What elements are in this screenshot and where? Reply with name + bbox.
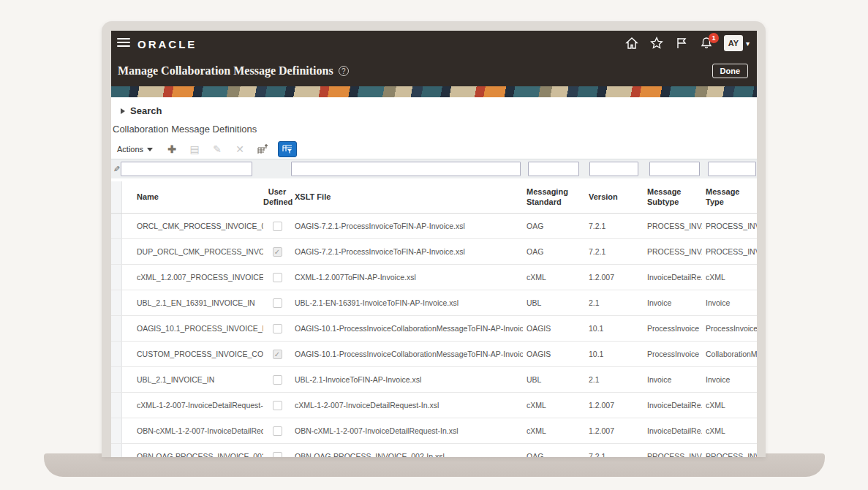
- cell-messaging-standard: UBL: [523, 375, 585, 384]
- cell-version: 1.2.007: [585, 426, 644, 435]
- column-header-version[interactable]: Version: [585, 192, 644, 203]
- disclosure-arrow-icon: [121, 108, 125, 114]
- cell-xslt-file: OAGIS-10.1-ProcessInvoiceCollaborationMe…: [291, 324, 523, 333]
- cell-messaging-standard: OAG: [523, 247, 585, 256]
- column-header-user-defined[interactable]: User Defined: [263, 187, 291, 208]
- table-row[interactable]: ORCL_CMK_PROCESS_INVOICE_002 ✓ OAGIS-7.2…: [111, 214, 757, 239]
- actions-menu[interactable]: Actions: [117, 145, 153, 154]
- table-row[interactable]: cXML_1.2.007_PROCESS_INVOICE_IN ✓ CXML-1…: [111, 265, 757, 290]
- user-defined-checkbox[interactable]: ✓: [273, 247, 282, 257]
- cell-message-type: PROCESS_INV...: [702, 222, 757, 230]
- delete-icon[interactable]: ✕: [234, 143, 246, 155]
- user-defined-checkbox[interactable]: ✓: [273, 324, 282, 333]
- column-header-message-type[interactable]: Message Type: [702, 187, 757, 208]
- column-header-message-subtype[interactable]: Message Subtype: [644, 187, 702, 208]
- cell-message-subtype: PROCESS_INV...: [644, 222, 702, 230]
- cell-message-subtype: InvoiceDetailRe...: [644, 426, 702, 435]
- user-defined-checkbox[interactable]: ✓: [273, 426, 282, 436]
- row-selector[interactable]: [111, 290, 122, 315]
- table-row[interactable]: UBL_2.1_EN_16391_INVOICE_IN ✓ UBL-2.1-EN…: [111, 290, 757, 316]
- table-row[interactable]: OBN-cXML-1-2-007-InvoiceDetailReques... …: [111, 418, 757, 444]
- cell-message-subtype: PROCESS_INV...: [644, 452, 702, 457]
- table-row[interactable]: DUP_ORCL_CMK_PROCESS_INVOICE... ✓ OAGIS-…: [111, 239, 757, 265]
- filter-input-version[interactable]: [589, 162, 638, 176]
- add-icon[interactable]: ✚: [166, 143, 178, 155]
- cell-message-type: ProcessInvoice: [702, 324, 757, 333]
- table-row[interactable]: cXML-1-2-007-InvoiceDetailRequest-In ✓ c…: [111, 393, 757, 418]
- edit-icon[interactable]: ✎: [211, 143, 223, 155]
- oracle-logo: ORACLE: [137, 38, 197, 50]
- cell-name: OBN-cXML-1-2-007-InvoiceDetailReques...: [122, 426, 263, 435]
- filter-input-name[interactable]: [121, 162, 252, 176]
- row-selector[interactable]: [111, 316, 122, 341]
- decorative-banner: [111, 86, 757, 97]
- cell-version: 7.2.1: [585, 247, 644, 256]
- user-defined-checkbox[interactable]: ✓: [273, 222, 282, 231]
- filter-input-xslt-file[interactable]: [291, 162, 521, 176]
- user-defined-checkbox[interactable]: ✓: [273, 375, 282, 385]
- row-selector[interactable]: [111, 444, 122, 457]
- filter-input-messaging-standard[interactable]: [528, 162, 579, 176]
- row-selector[interactable]: [111, 239, 122, 264]
- cell-message-type: CollaborationM...: [702, 350, 757, 358]
- notifications-bell-icon[interactable]: 1: [699, 36, 714, 50]
- done-button[interactable]: Done: [712, 64, 749, 78]
- definitions-table: Name User Defined XSLT File Messaging St…: [111, 181, 757, 457]
- cell-xslt-file: CXML-1.2.007ToFIN-AP-Invoice.xsl: [291, 273, 523, 282]
- row-selector[interactable]: [111, 265, 122, 290]
- cell-messaging-standard: cXML: [523, 426, 585, 435]
- cell-message-subtype: Invoice: [644, 375, 702, 384]
- cell-messaging-standard: OAG: [523, 452, 585, 457]
- table-row[interactable]: OBN-OAG-PROCESS_INVOICE_002-In ✓ OBN-OAG…: [111, 444, 757, 457]
- favorites-star-icon[interactable]: [649, 36, 664, 50]
- table-row[interactable]: OAGIS_10.1_PROCESS_INVOICE_IN ✓ OAGIS-10…: [111, 316, 757, 342]
- user-defined-checkbox[interactable]: ✓: [273, 452, 282, 458]
- cell-xslt-file: UBL-2.1-EN-16391-InvoiceToFIN-AP-Invoice…: [291, 298, 523, 307]
- filter-input-message-type[interactable]: [708, 162, 756, 176]
- user-defined-checkbox[interactable]: ✓: [273, 401, 282, 410]
- cell-message-subtype: ProcessInvoice: [644, 324, 702, 333]
- user-menu[interactable]: AY ▾: [724, 35, 750, 51]
- avatar: AY: [724, 35, 743, 51]
- table-row[interactable]: UBL_2.1_INVOICE_IN ✓ UBL-2.1-InvoiceToFI…: [111, 367, 757, 393]
- user-defined-checkbox[interactable]: ✓: [273, 273, 282, 282]
- chevron-down-icon: ▾: [746, 39, 750, 48]
- main-content: Search Collaboration Message Definitions…: [111, 97, 757, 457]
- app-screen: ORACLE 1 AY ▾ Manage Collaboration Mess: [111, 31, 757, 457]
- row-selector[interactable]: [111, 418, 122, 443]
- cell-messaging-standard: OAGIS: [523, 324, 585, 333]
- filter-input-message-subtype[interactable]: [649, 162, 700, 176]
- user-defined-checkbox[interactable]: ✓: [273, 298, 282, 308]
- table-body: ORCL_CMK_PROCESS_INVOICE_002 ✓ OAGIS-7.2…: [111, 214, 757, 457]
- search-label: Search: [130, 105, 162, 116]
- cell-messaging-standard: UBL: [523, 298, 585, 307]
- cell-message-type: cXML: [702, 401, 757, 410]
- help-icon[interactable]: ?: [339, 66, 349, 76]
- home-icon[interactable]: [624, 36, 639, 50]
- column-header-messaging-standard[interactable]: Messaging Standard: [523, 187, 585, 208]
- cell-name: UBL_2.1_EN_16391_INVOICE_IN: [122, 298, 263, 307]
- query-by-example-icon[interactable]: [278, 141, 297, 157]
- user-defined-checkbox[interactable]: ✓: [273, 350, 282, 359]
- hamburger-menu-icon[interactable]: [117, 38, 130, 48]
- row-selector[interactable]: [111, 367, 122, 392]
- table-row[interactable]: CUSTOM_PROCESS_INVOICE_COLLA... ✓ OAGIS-…: [111, 342, 757, 367]
- column-header-xslt-file[interactable]: XSLT File: [291, 192, 523, 203]
- page-title: Manage Collaboration Message Definitions…: [118, 64, 349, 78]
- cell-message-type: PROCESS_INV...: [702, 247, 757, 256]
- cell-name: UBL_2.1_INVOICE_IN: [122, 375, 263, 384]
- detach-icon[interactable]: [257, 143, 268, 155]
- cell-message-type: Invoice: [702, 298, 757, 307]
- cell-messaging-standard: cXML: [523, 273, 585, 282]
- search-disclosure[interactable]: Search: [121, 105, 162, 116]
- duplicate-icon[interactable]: ▤: [189, 143, 200, 155]
- chevron-down-icon: [147, 148, 153, 151]
- row-selector[interactable]: [111, 393, 122, 418]
- flag-icon[interactable]: [674, 36, 689, 50]
- row-selector[interactable]: [111, 342, 122, 366]
- global-header: ORACLE 1 AY ▾: [111, 31, 757, 57]
- row-selector[interactable]: [111, 214, 122, 238]
- column-header-name[interactable]: Name: [122, 192, 263, 203]
- table-toolbar: Actions ✚ ▤ ✎ ✕: [111, 140, 757, 159]
- cell-message-type: cXML: [702, 426, 757, 435]
